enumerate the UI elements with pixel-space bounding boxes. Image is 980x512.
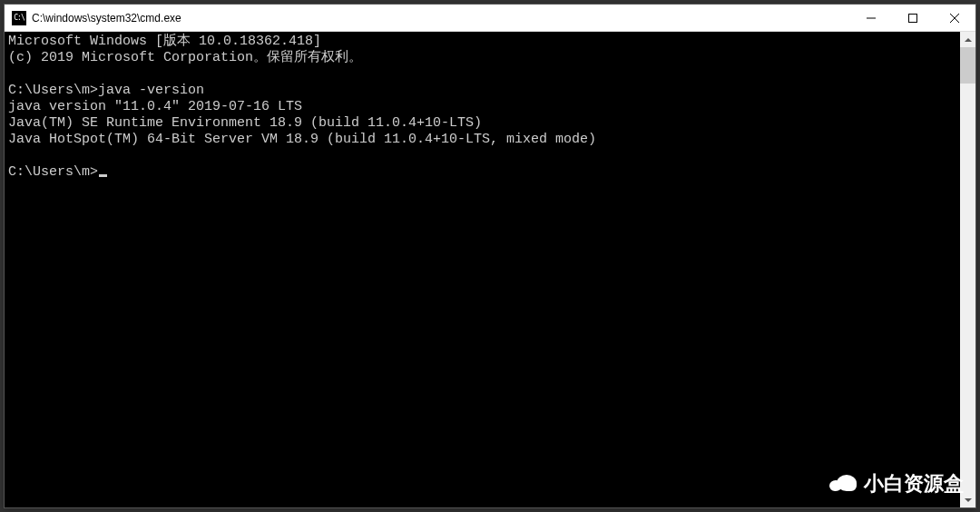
- minimize-button[interactable]: [850, 5, 892, 31]
- terminal-cursor: [99, 174, 107, 177]
- terminal-line: java version "11.0.4" 2019-07-16 LTS: [8, 99, 956, 115]
- app-icon: C:\: [12, 11, 26, 25]
- chevron-down-icon: [965, 498, 972, 502]
- titlebar[interactable]: C:\ C:\windows\system32\cmd.exe: [5, 5, 975, 32]
- svg-marker-4: [965, 38, 972, 42]
- vertical-scrollbar[interactable]: [960, 32, 975, 507]
- chevron-up-icon: [965, 38, 972, 42]
- svg-marker-5: [965, 498, 972, 502]
- cmd-window: C:\ C:\windows\system32\cmd.exe Microsof…: [4, 4, 976, 508]
- maximize-button[interactable]: [892, 5, 934, 31]
- terminal-output[interactable]: Microsoft Windows [版本 10.0.18362.418](c)…: [5, 32, 960, 507]
- minimize-icon: [867, 14, 876, 23]
- close-button[interactable]: [934, 5, 975, 31]
- terminal-line: [8, 66, 956, 83]
- watermark: 小白资源盒: [828, 470, 964, 497]
- terminal-line: Java HotSpot(TM) 64-Bit Server VM 18.9 (…: [8, 132, 956, 148]
- close-icon: [950, 14, 959, 23]
- terminal-line: Microsoft Windows [版本 10.0.18362.418]: [8, 34, 956, 50]
- terminal-area: Microsoft Windows [版本 10.0.18362.418](c)…: [5, 32, 975, 507]
- svg-rect-1: [909, 14, 917, 22]
- window-controls: [850, 5, 975, 31]
- terminal-line: C:\Users\m>java -version: [8, 83, 956, 99]
- scrollbar-thumb[interactable]: [960, 47, 975, 84]
- wechat-icon: [828, 471, 858, 497]
- maximize-icon: [908, 14, 917, 23]
- terminal-line: (c) 2019 Microsoft Corporation。保留所有权利。: [8, 50, 956, 66]
- terminal-prompt: C:\Users\m>: [8, 164, 98, 180]
- terminal-line: Java(TM) SE Runtime Environment 18.9 (bu…: [8, 115, 956, 132]
- scrollbar-track[interactable]: [960, 47, 975, 492]
- terminal-prompt-line: C:\Users\m>: [8, 164, 956, 181]
- window-title: C:\windows\system32\cmd.exe: [32, 12, 850, 25]
- scroll-up-button[interactable]: [960, 32, 975, 47]
- watermark-text: 小白资源盒: [864, 470, 964, 497]
- terminal-line: [8, 148, 956, 164]
